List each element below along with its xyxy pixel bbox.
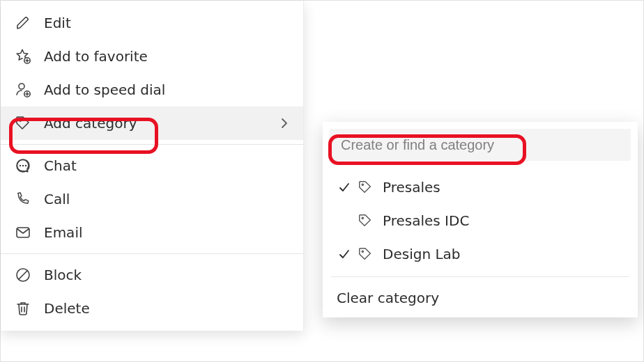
menu-separator [1,253,303,254]
tag-icon [355,178,376,197]
add-category-flyout: Presales Presales IDC Design Lab [323,122,638,317]
chat-icon [13,156,33,175]
person-plus-icon [13,80,33,100]
trash-icon [13,299,33,318]
category-item-presales-idc[interactable]: Presales IDC [334,204,627,237]
category-label: Presales [383,179,440,196]
clear-category-label: Clear category [337,290,439,306]
menu-item-edit[interactable]: Edit [1,6,303,40]
menu-item-call[interactable]: Call [1,182,303,216]
menu-item-label: Chat [44,157,77,174]
mail-icon [13,223,33,242]
checkmark-icon [334,178,355,197]
menu-item-add-category[interactable]: Add category [1,107,303,140]
menu-item-label: Add to favorite [44,48,148,65]
flyout-separator [331,276,629,277]
menu-item-chat[interactable]: Chat [1,149,303,182]
category-item-presales[interactable]: Presales [334,171,627,204]
chevron-right-icon [278,117,291,129]
category-label: Design Lab [383,246,461,262]
menu-item-add-to-speed-dial[interactable]: Add to speed dial [1,73,303,107]
menu-item-label: Block [44,267,82,283]
tag-icon [355,211,376,230]
contact-context-menu: Edit Add to favorite [1,1,304,331]
category-item-design-lab[interactable]: Design Lab [334,237,627,271]
tag-icon [355,244,376,264]
svg-point-8 [362,217,363,219]
menu-item-add-to-favorite[interactable]: Add to favorite [1,40,303,73]
clear-category-button[interactable]: Clear category [330,281,631,315]
svg-point-3 [20,120,22,122]
menu-item-label: Add to speed dial [44,81,165,98]
phone-icon [13,189,33,209]
menu-item-label: Add category [44,115,137,132]
menu-item-email[interactable]: Email [1,216,303,249]
category-list: Presales Presales IDC Design Lab [330,168,631,272]
menu-separator [1,144,303,145]
pencil-icon [13,13,33,33]
category-search-input[interactable] [339,136,621,154]
checkmark-icon [334,244,355,264]
menu-item-delete[interactable]: Delete [1,292,303,325]
svg-point-1 [19,84,24,89]
menu-item-block[interactable]: Block [1,258,303,292]
menu-item-label: Email [44,224,83,241]
svg-point-7 [362,184,363,185]
category-label: Presales IDC [383,212,469,229]
menu-item-label: Edit [44,15,71,31]
tag-icon [13,113,33,133]
menu-item-label: Delete [44,300,90,317]
star-plus-icon [13,47,33,66]
block-icon [13,265,33,285]
svg-point-9 [362,251,363,252]
menu-item-label: Call [44,191,70,207]
context-menu-screenshot: Edit Add to favorite [0,0,644,362]
checkmark-placeholder [334,211,355,230]
category-search-row[interactable] [330,129,631,161]
